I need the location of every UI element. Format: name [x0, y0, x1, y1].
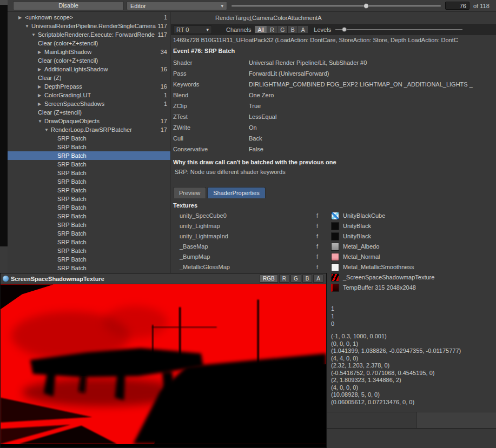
- texture-name: UnityBlackCube: [343, 211, 385, 221]
- texture-thumbnail[interactable]: [331, 263, 339, 271]
- tree-item[interactable]: ▶AdditionalLightsShadow16: [8, 65, 170, 73]
- tree-item[interactable]: SRP Batch: [8, 134, 170, 143]
- target-selector-dropdown[interactable]: Editor ▾: [127, 1, 227, 10]
- foldout-open-icon[interactable]: ▼: [25, 24, 31, 29]
- property-value: Back: [249, 133, 496, 144]
- tree-item[interactable]: ▼ScriptableRenderer.Execute: ForwardRend…: [8, 30, 170, 39]
- tree-item-count: 17: [161, 118, 170, 124]
- preview-channel-b[interactable]: B: [302, 275, 313, 283]
- tree-item[interactable]: SRP Batch: [8, 160, 170, 169]
- tree-item-label: UniversalRenderPipeline.RenderSingleCame…: [31, 23, 156, 29]
- texture-flag: f: [316, 231, 318, 242]
- tree-item[interactable]: SRP Batch: [8, 169, 170, 177]
- channel-button-r[interactable]: R: [267, 25, 277, 34]
- vector-value: (2.32, 1.203, 2.378, 0): [331, 362, 461, 370]
- tree-item-label: ScriptableRenderer.Execute: ForwardRende: [38, 31, 155, 38]
- tree-item[interactable]: SRP Batch: [8, 195, 170, 203]
- foldout-closed-icon[interactable]: ▶: [18, 15, 25, 20]
- tree-item[interactable]: Clear (color+Z+stencil): [8, 56, 170, 65]
- tree-item-label: DepthPrepass: [44, 83, 82, 90]
- batch-break-reason: SRP: Node use different shader keywords: [175, 169, 286, 175]
- property-value: Universal Render Pipeline/Lit, SubShader…: [249, 57, 496, 68]
- foldout-closed-icon[interactable]: ▶: [38, 67, 44, 72]
- channels-label: Channels: [226, 26, 251, 33]
- tree-item-label: SRP Batch: [57, 256, 87, 263]
- tree-item-label: SRP Batch: [57, 230, 87, 237]
- foldout-open-icon[interactable]: ▼: [31, 32, 38, 37]
- tree-item[interactable]: ▶MainLightShadow34: [8, 48, 170, 56]
- tree-item[interactable]: SRP Batch: [8, 143, 170, 151]
- foldout-closed-icon[interactable]: ▶: [38, 84, 44, 89]
- preview-channel-a[interactable]: A: [313, 275, 323, 283]
- tab-preview[interactable]: Preview: [173, 187, 206, 198]
- tree-item[interactable]: SRP Batch: [8, 264, 170, 272]
- channel-button-g[interactable]: G: [277, 25, 288, 34]
- tree-item[interactable]: SRP Batch: [8, 186, 170, 195]
- tree-item[interactable]: SRP Batch: [8, 203, 170, 212]
- tree-item[interactable]: Clear (color+Z+stencil): [8, 39, 170, 48]
- frame-slider-track[interactable]: [232, 5, 441, 6]
- tree-item[interactable]: SRP Batch: [8, 151, 170, 160]
- channel-button-b[interactable]: B: [287, 25, 298, 34]
- levels-slider-track[interactable]: [335, 29, 462, 30]
- tree-item[interactable]: ▶<unknown scope>1: [8, 13, 170, 22]
- rt-index-dropdown[interactable]: RT 0 ▾: [173, 25, 212, 34]
- levels-slider-thumb[interactable]: [342, 27, 347, 32]
- texture-thumbnail[interactable]: [331, 284, 339, 292]
- frame-slider[interactable]: [232, 1, 441, 11]
- tree-item[interactable]: SRP Batch: [8, 255, 170, 264]
- disable-button[interactable]: Disable: [13, 1, 124, 10]
- foldout-closed-icon[interactable]: ▶: [38, 93, 44, 98]
- frame-slider-thumb[interactable]: [363, 3, 369, 9]
- tree-item[interactable]: SRP Batch: [8, 220, 170, 229]
- tree-item[interactable]: SRP Batch: [8, 229, 170, 238]
- shader-property-row: ZTestLessEqual: [171, 111, 496, 122]
- tree-item-label: RenderLoop.DrawSRPBatcher: [51, 126, 132, 133]
- tree-item[interactable]: ▶ColorGradingLUT1: [8, 91, 170, 99]
- tree-item[interactable]: Clear (Z+stencil): [8, 108, 170, 117]
- tree-item[interactable]: SRP Batch: [8, 177, 170, 186]
- foldout-open-icon[interactable]: ▼: [38, 119, 44, 124]
- tree-item-label: MainLightShadow: [44, 49, 91, 55]
- texture-thumbnail[interactable]: [331, 253, 339, 261]
- channel-button-a[interactable]: A: [297, 25, 308, 34]
- levels-slider[interactable]: [335, 25, 462, 34]
- scalar-value: 0: [331, 320, 334, 327]
- tree-item[interactable]: SRP Batch: [8, 238, 170, 246]
- levels-label: Levels: [314, 26, 331, 33]
- preview-window-titlebar[interactable]: ScreenSpaceShadowmapTexture RGBRGBA: [1, 273, 326, 284]
- tree-item[interactable]: Clear (Z): [8, 73, 170, 82]
- tree-item[interactable]: SRP Batch: [8, 246, 170, 255]
- rt-index-label: RT 0: [176, 26, 189, 33]
- texture-thumbnail[interactable]: [331, 222, 339, 230]
- property-value: False: [249, 144, 496, 155]
- shader-property-row: KeywordsDIRLIGHTMAP_COMBINED FOG_EXP2 LI…: [171, 79, 496, 90]
- preview-channel-g[interactable]: G: [290, 275, 301, 283]
- frame-number-field[interactable]: 76: [445, 2, 469, 10]
- tree-item[interactable]: ▶DepthPrepass16: [8, 82, 170, 91]
- tree-item[interactable]: ▶ScreenSpaceShadows1: [8, 99, 170, 108]
- render-target-row: RenderTarget _CameraColorAttachmentA: [171, 12, 496, 24]
- vector-value: (0.06005612, 0.07213476, 0, 0): [331, 399, 461, 406]
- foldout-open-icon[interactable]: ▼: [44, 128, 51, 132]
- render-texture-icon: [3, 276, 9, 282]
- preview-channel-r[interactable]: R: [279, 275, 289, 283]
- texture-flag: f: [316, 252, 318, 262]
- property-key: Shader: [173, 57, 192, 68]
- tree-item-label: <unknown scope>: [25, 14, 73, 21]
- texture-thumbnail[interactable]: [331, 232, 339, 240]
- texture-thumbnail[interactable]: [331, 212, 339, 220]
- tree-item[interactable]: ▼RenderLoop.DrawSRPBatcher17: [8, 125, 170, 134]
- preview-channel-rgb[interactable]: RGB: [260, 275, 278, 283]
- tree-item[interactable]: SRP Batch: [8, 212, 170, 220]
- tree-item-label: AdditionalLightsShadow: [44, 66, 108, 72]
- texture-thumbnail[interactable]: [331, 243, 339, 251]
- texture-thumbnail[interactable]: [331, 273, 339, 282]
- tree-item[interactable]: ▼DrawOpaqueObjects17: [8, 117, 170, 125]
- shader-property-row: PassForwardLit (UniversalForward): [171, 68, 496, 79]
- channel-button-all[interactable]: All: [254, 25, 267, 34]
- foldout-closed-icon[interactable]: ▶: [38, 102, 44, 106]
- foldout-closed-icon[interactable]: ▶: [38, 50, 44, 55]
- tab-shaderproperties[interactable]: ShaderProperties: [207, 187, 266, 198]
- tree-item[interactable]: ▼UniversalRenderPipeline.RenderSingleCam…: [8, 22, 170, 30]
